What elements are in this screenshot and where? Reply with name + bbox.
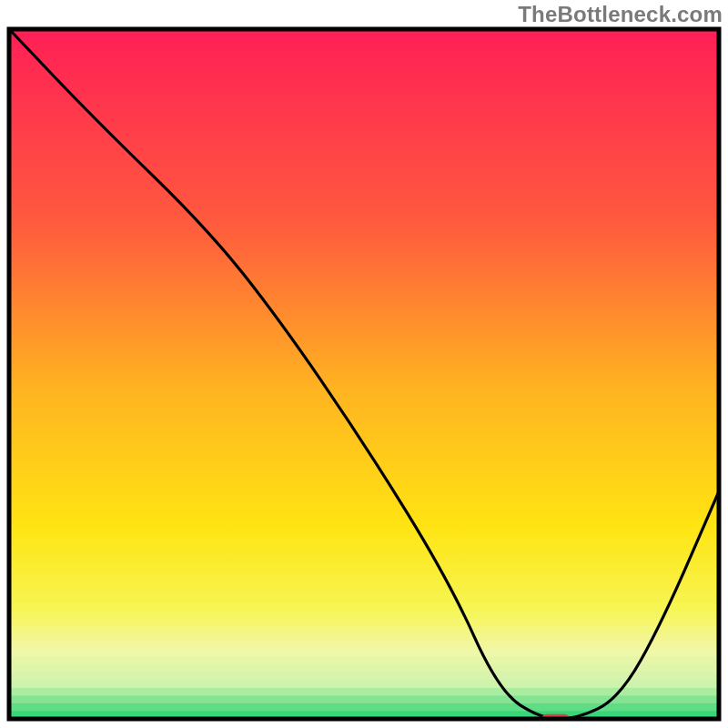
gradient-bands bbox=[9, 595, 719, 720]
svg-rect-2 bbox=[9, 602, 719, 611]
svg-rect-7 bbox=[9, 642, 719, 650]
svg-rect-9 bbox=[9, 657, 719, 665]
svg-rect-3 bbox=[9, 611, 719, 619]
svg-rect-11 bbox=[9, 672, 719, 681]
svg-rect-1 bbox=[9, 595, 719, 603]
svg-rect-12 bbox=[9, 680, 719, 688]
watermark-text: TheBottleneck.com bbox=[518, 2, 723, 27]
bottleneck-chart bbox=[0, 0, 728, 728]
svg-rect-4 bbox=[9, 618, 719, 626]
svg-rect-13 bbox=[9, 688, 719, 696]
svg-rect-10 bbox=[9, 664, 719, 672]
chart-stage: TheBottleneck.com bbox=[0, 0, 728, 728]
svg-rect-5 bbox=[9, 626, 719, 634]
svg-rect-15 bbox=[9, 703, 719, 712]
svg-rect-8 bbox=[9, 649, 719, 657]
svg-rect-6 bbox=[9, 633, 719, 642]
